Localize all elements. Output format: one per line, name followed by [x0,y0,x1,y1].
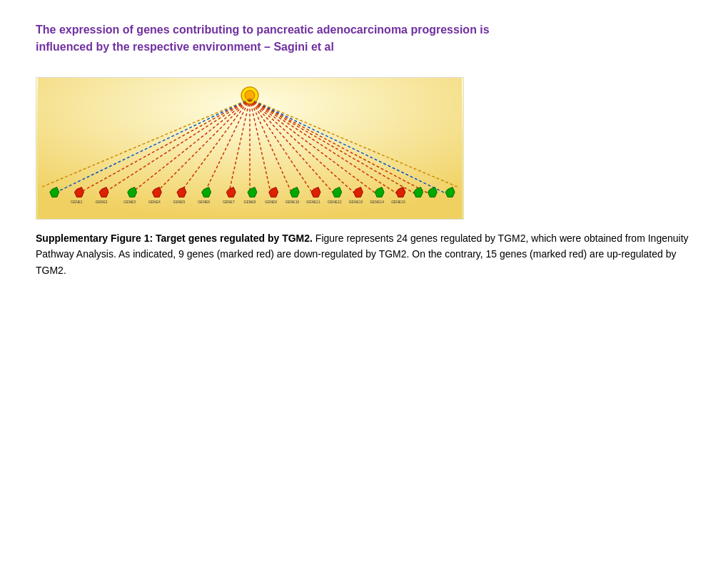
svg-text:GENE15: GENE15 [391,200,405,204]
caption-bold: Supplementary Figure 1: Target genes reg… [36,233,313,244]
svg-text:GENE13: GENE13 [349,200,363,204]
page-title: The expression of genes contributing to … [36,21,692,56]
svg-text:GENE5: GENE5 [173,200,186,204]
svg-text:GENE4: GENE4 [148,200,161,204]
svg-text:GENE2: GENE2 [96,200,108,204]
svg-point-5 [245,91,255,101]
figure-container: GENE1 GENE2 GENE3 GENE4 GENE5 GENE6 GENE… [36,77,692,278]
title-line2: influenced by the respective environment… [36,39,692,56]
title-line1: The expression of genes contributing to … [36,21,692,39]
svg-text:GENE7: GENE7 [223,200,235,204]
figure-image: GENE1 GENE2 GENE3 GENE4 GENE5 GENE6 GENE… [36,77,464,220]
svg-text:GENE6: GENE6 [198,200,210,204]
svg-text:GENE1: GENE1 [71,200,83,204]
svg-text:GENE12: GENE12 [328,200,342,204]
page-content: The expression of genes contributing to … [36,21,692,278]
svg-text:GENE10: GENE10 [285,200,300,204]
svg-text:GENE3: GENE3 [123,200,136,204]
figure-caption: Supplementary Figure 1: Target genes reg… [36,230,692,278]
svg-text:GENE14: GENE14 [370,200,384,204]
svg-text:GENE9: GENE9 [265,200,277,204]
svg-text:GENE11: GENE11 [306,200,320,204]
svg-text:GENE8: GENE8 [244,200,256,204]
